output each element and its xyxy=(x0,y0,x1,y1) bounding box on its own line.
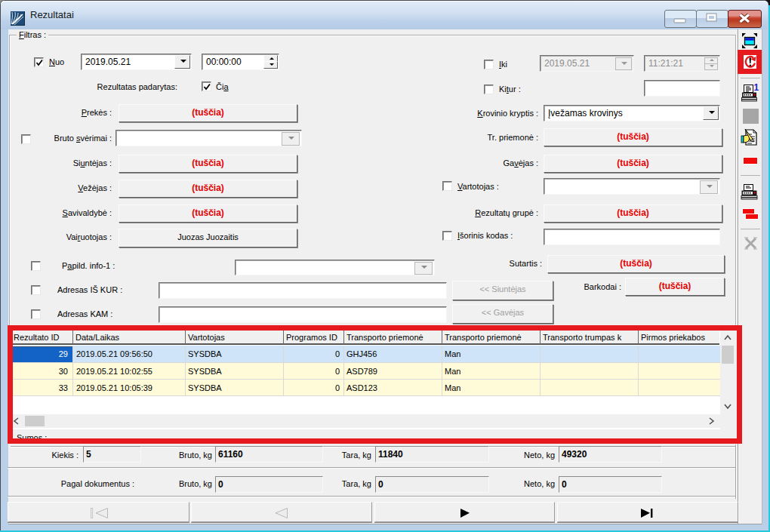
svg-text:1: 1 xyxy=(754,84,759,93)
